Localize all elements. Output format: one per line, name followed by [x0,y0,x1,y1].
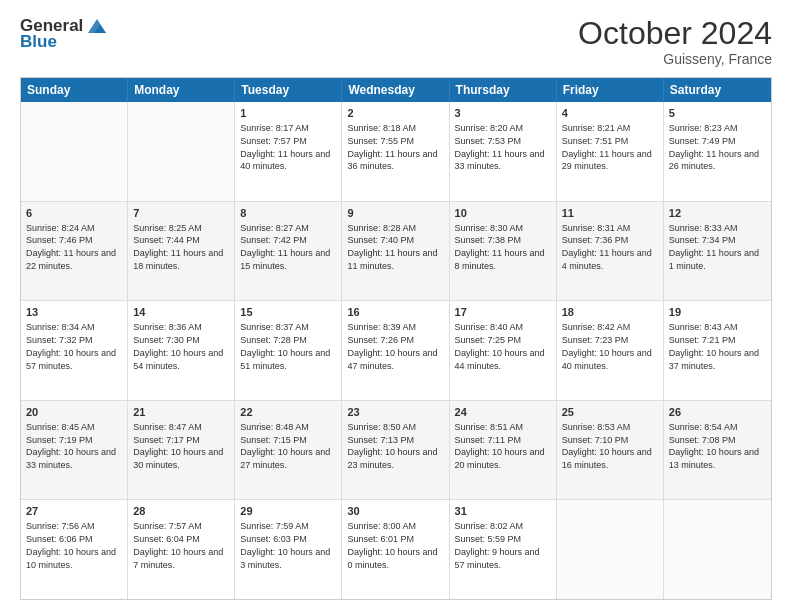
day-number: 10 [455,206,551,221]
day-number: 14 [133,305,229,320]
day-number: 2 [347,106,443,121]
month-title: October 2024 [578,16,772,51]
day-number: 30 [347,504,443,519]
cell-info: Sunrise: 8:50 AM Sunset: 7:13 PM Dayligh… [347,422,437,470]
cell-info: Sunrise: 7:59 AM Sunset: 6:03 PM Dayligh… [240,521,330,569]
cell-info: Sunrise: 8:28 AM Sunset: 7:40 PM Dayligh… [347,223,437,271]
cell-info: Sunrise: 8:36 AM Sunset: 7:30 PM Dayligh… [133,322,223,370]
calendar-cell: 8Sunrise: 8:27 AM Sunset: 7:42 PM Daylig… [235,202,342,301]
cell-info: Sunrise: 8:45 AM Sunset: 7:19 PM Dayligh… [26,422,116,470]
calendar-row-1: 1Sunrise: 8:17 AM Sunset: 7:57 PM Daylig… [21,102,771,202]
calendar-cell: 13Sunrise: 8:34 AM Sunset: 7:32 PM Dayli… [21,301,128,400]
day-number: 16 [347,305,443,320]
calendar-cell: 1Sunrise: 8:17 AM Sunset: 7:57 PM Daylig… [235,102,342,201]
calendar-cell: 5Sunrise: 8:23 AM Sunset: 7:49 PM Daylig… [664,102,771,201]
calendar-cell: 20Sunrise: 8:45 AM Sunset: 7:19 PM Dayli… [21,401,128,500]
calendar-cell [21,102,128,201]
calendar-cell: 24Sunrise: 8:51 AM Sunset: 7:11 PM Dayli… [450,401,557,500]
page: General Blue October 2024 Guisseny, Fran… [0,0,792,612]
calendar-cell: 22Sunrise: 8:48 AM Sunset: 7:15 PM Dayli… [235,401,342,500]
day-number: 5 [669,106,766,121]
cell-info: Sunrise: 8:30 AM Sunset: 7:38 PM Dayligh… [455,223,545,271]
day-number: 26 [669,405,766,420]
day-number: 13 [26,305,122,320]
calendar-cell: 9Sunrise: 8:28 AM Sunset: 7:40 PM Daylig… [342,202,449,301]
calendar-header: SundayMondayTuesdayWednesdayThursdayFrid… [21,78,771,102]
cell-info: Sunrise: 8:53 AM Sunset: 7:10 PM Dayligh… [562,422,652,470]
day-number: 17 [455,305,551,320]
title-block: October 2024 Guisseny, France [578,16,772,67]
day-number: 15 [240,305,336,320]
calendar-cell: 26Sunrise: 8:54 AM Sunset: 7:08 PM Dayli… [664,401,771,500]
calendar-cell: 2Sunrise: 8:18 AM Sunset: 7:55 PM Daylig… [342,102,449,201]
header-day-tuesday: Tuesday [235,78,342,102]
calendar-cell: 3Sunrise: 8:20 AM Sunset: 7:53 PM Daylig… [450,102,557,201]
calendar-cell: 25Sunrise: 8:53 AM Sunset: 7:10 PM Dayli… [557,401,664,500]
calendar-cell: 10Sunrise: 8:30 AM Sunset: 7:38 PM Dayli… [450,202,557,301]
calendar-cell [128,102,235,201]
day-number: 25 [562,405,658,420]
calendar-cell: 16Sunrise: 8:39 AM Sunset: 7:26 PM Dayli… [342,301,449,400]
header: General Blue October 2024 Guisseny, Fran… [20,16,772,67]
calendar-cell: 31Sunrise: 8:02 AM Sunset: 5:59 PM Dayli… [450,500,557,599]
cell-info: Sunrise: 8:21 AM Sunset: 7:51 PM Dayligh… [562,123,652,171]
day-number: 4 [562,106,658,121]
logo: General Blue [20,16,108,52]
day-number: 12 [669,206,766,221]
cell-info: Sunrise: 8:20 AM Sunset: 7:53 PM Dayligh… [455,123,545,171]
cell-info: Sunrise: 8:17 AM Sunset: 7:57 PM Dayligh… [240,123,330,171]
calendar-cell: 30Sunrise: 8:00 AM Sunset: 6:01 PM Dayli… [342,500,449,599]
day-number: 19 [669,305,766,320]
calendar-cell: 17Sunrise: 8:40 AM Sunset: 7:25 PM Dayli… [450,301,557,400]
calendar-cell: 18Sunrise: 8:42 AM Sunset: 7:23 PM Dayli… [557,301,664,400]
calendar-cell: 15Sunrise: 8:37 AM Sunset: 7:28 PM Dayli… [235,301,342,400]
calendar-cell [557,500,664,599]
cell-info: Sunrise: 8:48 AM Sunset: 7:15 PM Dayligh… [240,422,330,470]
calendar-cell: 7Sunrise: 8:25 AM Sunset: 7:44 PM Daylig… [128,202,235,301]
calendar-row-3: 13Sunrise: 8:34 AM Sunset: 7:32 PM Dayli… [21,301,771,401]
logo-text-blue: Blue [20,32,57,52]
day-number: 22 [240,405,336,420]
cell-info: Sunrise: 8:25 AM Sunset: 7:44 PM Dayligh… [133,223,223,271]
calendar-cell: 12Sunrise: 8:33 AM Sunset: 7:34 PM Dayli… [664,202,771,301]
day-number: 31 [455,504,551,519]
day-number: 29 [240,504,336,519]
day-number: 6 [26,206,122,221]
calendar-cell: 14Sunrise: 8:36 AM Sunset: 7:30 PM Dayli… [128,301,235,400]
calendar-cell: 29Sunrise: 7:59 AM Sunset: 6:03 PM Dayli… [235,500,342,599]
cell-info: Sunrise: 8:27 AM Sunset: 7:42 PM Dayligh… [240,223,330,271]
header-day-friday: Friday [557,78,664,102]
cell-info: Sunrise: 8:34 AM Sunset: 7:32 PM Dayligh… [26,322,116,370]
day-number: 28 [133,504,229,519]
day-number: 9 [347,206,443,221]
calendar-cell [664,500,771,599]
cell-info: Sunrise: 7:57 AM Sunset: 6:04 PM Dayligh… [133,521,223,569]
location: Guisseny, France [578,51,772,67]
cell-info: Sunrise: 8:39 AM Sunset: 7:26 PM Dayligh… [347,322,437,370]
day-number: 11 [562,206,658,221]
day-number: 8 [240,206,336,221]
header-day-wednesday: Wednesday [342,78,449,102]
day-number: 21 [133,405,229,420]
cell-info: Sunrise: 8:02 AM Sunset: 5:59 PM Dayligh… [455,521,540,569]
calendar-cell: 27Sunrise: 7:56 AM Sunset: 6:06 PM Dayli… [21,500,128,599]
cell-info: Sunrise: 8:33 AM Sunset: 7:34 PM Dayligh… [669,223,759,271]
day-number: 18 [562,305,658,320]
day-number: 27 [26,504,122,519]
cell-info: Sunrise: 8:18 AM Sunset: 7:55 PM Dayligh… [347,123,437,171]
calendar-cell: 19Sunrise: 8:43 AM Sunset: 7:21 PM Dayli… [664,301,771,400]
calendar-row-4: 20Sunrise: 8:45 AM Sunset: 7:19 PM Dayli… [21,401,771,501]
header-day-monday: Monday [128,78,235,102]
cell-info: Sunrise: 8:23 AM Sunset: 7:49 PM Dayligh… [669,123,759,171]
cell-info: Sunrise: 7:56 AM Sunset: 6:06 PM Dayligh… [26,521,116,569]
calendar: SundayMondayTuesdayWednesdayThursdayFrid… [20,77,772,600]
logo-icon [86,17,108,35]
calendar-row-2: 6Sunrise: 8:24 AM Sunset: 7:46 PM Daylig… [21,202,771,302]
cell-info: Sunrise: 8:47 AM Sunset: 7:17 PM Dayligh… [133,422,223,470]
cell-info: Sunrise: 8:54 AM Sunset: 7:08 PM Dayligh… [669,422,759,470]
day-number: 3 [455,106,551,121]
calendar-cell: 23Sunrise: 8:50 AM Sunset: 7:13 PM Dayli… [342,401,449,500]
cell-info: Sunrise: 8:00 AM Sunset: 6:01 PM Dayligh… [347,521,437,569]
calendar-body: 1Sunrise: 8:17 AM Sunset: 7:57 PM Daylig… [21,102,771,599]
day-number: 1 [240,106,336,121]
